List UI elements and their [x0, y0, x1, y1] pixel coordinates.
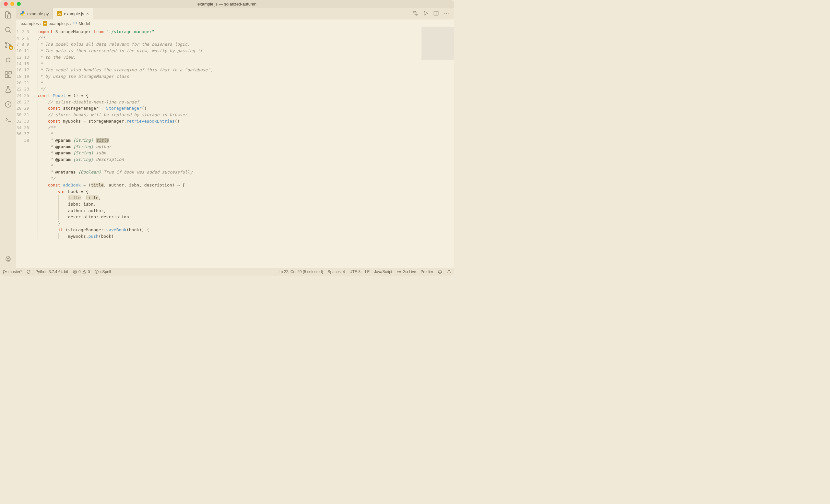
notifications-icon[interactable] [447, 270, 451, 274]
titlebar: example.js — solarized-autumn [0, 0, 454, 8]
traffic-lights [4, 2, 21, 6]
svg-point-2 [5, 46, 7, 48]
svg-rect-6 [5, 75, 8, 77]
tab-actions [408, 8, 454, 20]
search-icon[interactable] [4, 25, 13, 34]
breadcrumb-file[interactable]: example.js [49, 21, 69, 26]
terminal-icon[interactable] [4, 115, 13, 124]
js-file-icon: JS [57, 11, 62, 16]
chevron-right-icon: › [40, 21, 41, 26]
symbol-icon [73, 21, 77, 26]
svg-point-15 [446, 13, 447, 13]
close-window-button[interactable] [4, 2, 8, 6]
settings-gear-icon[interactable] [4, 255, 13, 264]
editor-body: 1 2 3 4 5 6 7 8 9 10 11 12 13 14 15 16 1… [16, 27, 454, 268]
sync-status[interactable] [26, 270, 31, 274]
activity-bar: 6 [0, 8, 16, 268]
svg-point-19 [3, 273, 4, 274]
svg-rect-8 [9, 71, 11, 74]
editor-area: example.py JS example.js × examples › [16, 8, 454, 268]
testing-icon[interactable] [4, 85, 13, 94]
python-env-status[interactable]: Python 3.7.4 64-bit [35, 270, 68, 274]
feedback-icon[interactable] [438, 270, 442, 274]
code-editor[interactable]: import StorageManager from "./storage_ma… [35, 27, 421, 268]
line-number-gutter: 1 2 3 4 5 6 7 8 9 10 11 12 13 14 15 16 1… [16, 27, 35, 268]
eol-status[interactable]: LF [365, 270, 370, 274]
window: example.js — solarized-autumn 6 [0, 0, 454, 276]
git-compare-icon[interactable] [412, 10, 418, 17]
go-live-status[interactable]: Go Live [397, 270, 416, 274]
extensions-icon[interactable] [4, 70, 13, 79]
svg-point-4 [6, 58, 10, 62]
tab-label: example.py [27, 11, 49, 16]
svg-point-16 [448, 13, 448, 13]
minimap-viewport[interactable] [421, 27, 454, 60]
python-file-icon [20, 11, 25, 16]
prettier-status[interactable]: Prettier [420, 270, 433, 274]
svg-point-24 [438, 270, 442, 274]
svg-point-18 [3, 270, 4, 271]
scm-badge: 6 [9, 45, 13, 50]
close-tab-icon[interactable]: × [86, 11, 89, 16]
tab-example-js[interactable]: JS example.js × [53, 8, 93, 20]
minimap[interactable] [421, 27, 454, 268]
problems-status[interactable]: 0 0 [73, 270, 90, 274]
svg-point-0 [5, 27, 10, 32]
more-actions-icon[interactable] [444, 10, 449, 17]
chevron-right-icon: › [70, 21, 71, 26]
svg-point-23 [398, 271, 400, 273]
svg-point-14 [445, 13, 445, 13]
split-editor-icon[interactable] [433, 10, 439, 17]
main: 6 [0, 8, 454, 268]
indent-status[interactable]: Spaces: 4 [328, 270, 345, 274]
cspell-status[interactable]: cSpell [94, 270, 111, 274]
tab-example-py[interactable]: example.py [16, 8, 53, 20]
svg-point-12 [416, 14, 418, 15]
tab-label: example.js [64, 11, 84, 16]
branch-status[interactable]: master* [3, 270, 22, 274]
window-title: example.js — solarized-autumn [197, 2, 256, 6]
tab-bar: example.py JS example.js × [16, 8, 454, 20]
svg-point-1 [5, 42, 7, 44]
js-file-icon: JS [43, 21, 47, 26]
breadcrumb[interactable]: examples › JS example.js › Model [16, 20, 454, 27]
svg-rect-7 [8, 75, 11, 77]
svg-rect-5 [5, 72, 8, 74]
run-icon[interactable] [423, 10, 428, 17]
svg-point-11 [413, 11, 415, 12]
maximize-window-button[interactable] [17, 2, 21, 6]
debug-icon[interactable] [4, 55, 13, 64]
cursor-position-status[interactable]: Ln 22, Col 29 (5 selected) [279, 270, 323, 274]
minimize-window-button[interactable] [10, 2, 14, 6]
svg-rect-17 [73, 22, 77, 24]
svg-point-10 [7, 258, 9, 260]
breadcrumb-folder[interactable]: examples [21, 21, 39, 26]
status-bar: master* Python 3.7.4 64-bit 0 0 cSpell L… [0, 268, 454, 276]
explorer-icon[interactable] [4, 10, 13, 20]
encoding-status[interactable]: UTF-8 [350, 270, 360, 274]
timeline-icon[interactable] [4, 100, 13, 109]
breadcrumb-symbol[interactable]: Model [78, 21, 90, 26]
source-control-icon[interactable]: 6 [4, 40, 13, 49]
language-status[interactable]: JavaScript [374, 270, 392, 274]
